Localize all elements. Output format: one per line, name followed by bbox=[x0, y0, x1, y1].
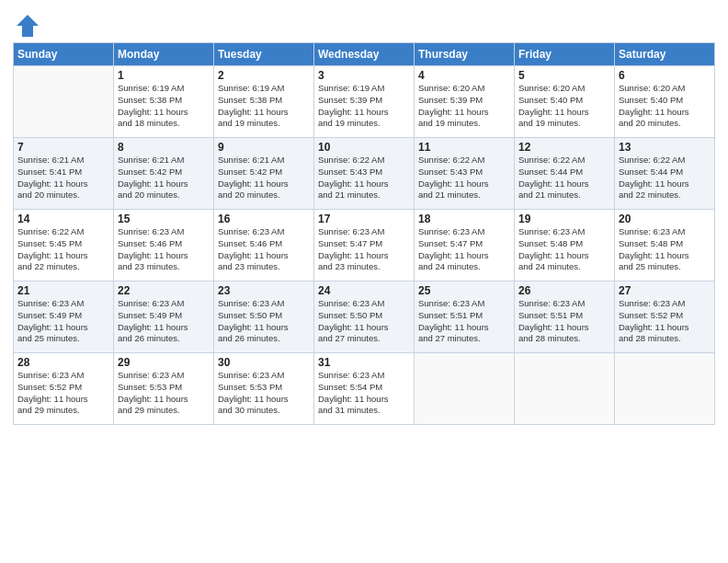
day-number: 9 bbox=[218, 141, 310, 154]
calendar-cell: 25Sunrise: 6:23 AM Sunset: 5:51 PM Dayli… bbox=[415, 282, 515, 353]
calendar-cell: 6Sunrise: 6:20 AM Sunset: 5:40 PM Daylig… bbox=[615, 66, 715, 138]
calendar-cell: 20Sunrise: 6:23 AM Sunset: 5:48 PM Dayli… bbox=[615, 210, 715, 282]
calendar-cell: 7Sunrise: 6:21 AM Sunset: 5:41 PM Daylig… bbox=[14, 138, 114, 210]
day-info: Sunrise: 6:23 AM Sunset: 5:47 PM Dayligh… bbox=[418, 226, 510, 273]
day-info: Sunrise: 6:19 AM Sunset: 5:38 PM Dayligh… bbox=[218, 83, 310, 130]
calendar-cell: 4Sunrise: 6:20 AM Sunset: 5:39 PM Daylig… bbox=[415, 66, 515, 138]
day-info: Sunrise: 6:23 AM Sunset: 5:49 PM Dayligh… bbox=[118, 298, 210, 345]
calendar-cell: 10Sunrise: 6:22 AM Sunset: 5:43 PM Dayli… bbox=[314, 138, 415, 210]
day-info: Sunrise: 6:23 AM Sunset: 5:50 PM Dayligh… bbox=[318, 298, 410, 345]
day-number: 12 bbox=[518, 141, 610, 154]
day-number: 22 bbox=[118, 284, 210, 297]
header-cell-sunday: Sunday bbox=[14, 43, 114, 66]
day-info: Sunrise: 6:23 AM Sunset: 5:54 PM Dayligh… bbox=[318, 370, 410, 417]
day-info: Sunrise: 6:23 AM Sunset: 5:52 PM Dayligh… bbox=[17, 370, 109, 417]
day-info: Sunrise: 6:20 AM Sunset: 5:39 PM Dayligh… bbox=[418, 83, 510, 130]
header-cell-saturday: Saturday bbox=[615, 43, 715, 66]
header-cell-tuesday: Tuesday bbox=[214, 43, 314, 66]
day-number: 2 bbox=[218, 69, 310, 82]
day-info: Sunrise: 6:22 AM Sunset: 5:43 PM Dayligh… bbox=[318, 155, 410, 201]
calendar-cell: 23Sunrise: 6:23 AM Sunset: 5:50 PM Dayli… bbox=[214, 282, 314, 353]
calendar-body: 1Sunrise: 6:19 AM Sunset: 5:38 PM Daylig… bbox=[14, 66, 715, 425]
day-number: 20 bbox=[619, 213, 711, 225]
calendar-cell: 29Sunrise: 6:23 AM Sunset: 5:53 PM Dayli… bbox=[114, 353, 214, 425]
day-number: 4 bbox=[418, 69, 510, 82]
day-info: Sunrise: 6:21 AM Sunset: 5:41 PM Dayligh… bbox=[17, 155, 109, 201]
day-info: Sunrise: 6:23 AM Sunset: 5:47 PM Dayligh… bbox=[318, 226, 410, 273]
calendar-cell: 31Sunrise: 6:23 AM Sunset: 5:54 PM Dayli… bbox=[314, 353, 415, 425]
day-info: Sunrise: 6:23 AM Sunset: 5:48 PM Dayligh… bbox=[518, 226, 610, 273]
header-cell-wednesday: Wednesday bbox=[314, 43, 415, 66]
calendar-week-2: 7Sunrise: 6:21 AM Sunset: 5:41 PM Daylig… bbox=[14, 138, 715, 210]
calendar-cell: 5Sunrise: 6:20 AM Sunset: 5:40 PM Daylig… bbox=[515, 66, 615, 138]
calendar-cell: 2Sunrise: 6:19 AM Sunset: 5:38 PM Daylig… bbox=[214, 66, 314, 138]
day-info: Sunrise: 6:19 AM Sunset: 5:38 PM Dayligh… bbox=[118, 83, 210, 130]
day-number: 7 bbox=[17, 141, 109, 154]
calendar-cell: 22Sunrise: 6:23 AM Sunset: 5:49 PM Dayli… bbox=[114, 282, 214, 353]
calendar-cell: 15Sunrise: 6:23 AM Sunset: 5:46 PM Dayli… bbox=[114, 210, 214, 282]
header-cell-monday: Monday bbox=[114, 43, 214, 66]
day-info: Sunrise: 6:23 AM Sunset: 5:53 PM Dayligh… bbox=[118, 370, 210, 417]
day-info: Sunrise: 6:22 AM Sunset: 5:43 PM Dayligh… bbox=[418, 155, 510, 201]
day-number: 11 bbox=[418, 141, 510, 154]
day-info: Sunrise: 6:21 AM Sunset: 5:42 PM Dayligh… bbox=[118, 155, 210, 201]
logo-icon bbox=[15, 13, 40, 39]
calendar-header-row: SundayMondayTuesdayWednesdayThursdayFrid… bbox=[14, 43, 715, 66]
svg-marker-0 bbox=[17, 15, 39, 37]
day-info: Sunrise: 6:20 AM Sunset: 5:40 PM Dayligh… bbox=[518, 83, 610, 130]
calendar-week-4: 21Sunrise: 6:23 AM Sunset: 5:49 PM Dayli… bbox=[14, 282, 715, 353]
day-info: Sunrise: 6:23 AM Sunset: 5:51 PM Dayligh… bbox=[418, 298, 510, 345]
day-info: Sunrise: 6:23 AM Sunset: 5:46 PM Dayligh… bbox=[118, 226, 210, 273]
day-number: 23 bbox=[218, 284, 310, 297]
calendar-cell: 14Sunrise: 6:22 AM Sunset: 5:45 PM Dayli… bbox=[14, 210, 114, 282]
calendar-cell: 19Sunrise: 6:23 AM Sunset: 5:48 PM Dayli… bbox=[515, 210, 615, 282]
header-cell-friday: Friday bbox=[515, 43, 615, 66]
day-info: Sunrise: 6:22 AM Sunset: 5:44 PM Dayligh… bbox=[518, 155, 610, 201]
calendar-week-1: 1Sunrise: 6:19 AM Sunset: 5:38 PM Daylig… bbox=[14, 66, 715, 138]
day-info: Sunrise: 6:20 AM Sunset: 5:40 PM Dayligh… bbox=[619, 83, 711, 130]
calendar-cell: 12Sunrise: 6:22 AM Sunset: 5:44 PM Dayli… bbox=[515, 138, 615, 210]
day-info: Sunrise: 6:21 AM Sunset: 5:42 PM Dayligh… bbox=[218, 155, 310, 201]
day-number: 29 bbox=[118, 356, 210, 369]
calendar-cell bbox=[515, 353, 615, 425]
calendar-cell: 30Sunrise: 6:23 AM Sunset: 5:53 PM Dayli… bbox=[214, 353, 314, 425]
calendar-cell: 27Sunrise: 6:23 AM Sunset: 5:52 PM Dayli… bbox=[615, 282, 715, 353]
calendar-cell: 21Sunrise: 6:23 AM Sunset: 5:49 PM Dayli… bbox=[14, 282, 114, 353]
calendar-cell bbox=[415, 353, 515, 425]
day-number: 18 bbox=[418, 213, 510, 225]
day-info: Sunrise: 6:23 AM Sunset: 5:48 PM Dayligh… bbox=[619, 226, 711, 273]
day-number: 10 bbox=[318, 141, 410, 154]
day-number: 3 bbox=[318, 69, 410, 82]
calendar-cell bbox=[615, 353, 715, 425]
day-info: Sunrise: 6:22 AM Sunset: 5:44 PM Dayligh… bbox=[619, 155, 711, 201]
day-info: Sunrise: 6:23 AM Sunset: 5:50 PM Dayligh… bbox=[218, 298, 310, 345]
page-container: SundayMondayTuesdayWednesdayThursdayFrid… bbox=[0, 0, 728, 563]
day-info: Sunrise: 6:23 AM Sunset: 5:51 PM Dayligh… bbox=[518, 298, 610, 345]
calendar-cell: 3Sunrise: 6:19 AM Sunset: 5:39 PM Daylig… bbox=[314, 66, 415, 138]
calendar-cell: 24Sunrise: 6:23 AM Sunset: 5:50 PM Dayli… bbox=[314, 282, 415, 353]
header bbox=[13, 9, 715, 39]
day-number: 5 bbox=[518, 69, 610, 82]
calendar-cell: 28Sunrise: 6:23 AM Sunset: 5:52 PM Dayli… bbox=[14, 353, 114, 425]
day-info: Sunrise: 6:19 AM Sunset: 5:39 PM Dayligh… bbox=[318, 83, 410, 130]
calendar-cell: 18Sunrise: 6:23 AM Sunset: 5:47 PM Dayli… bbox=[415, 210, 515, 282]
day-number: 17 bbox=[318, 213, 410, 225]
day-number: 31 bbox=[318, 356, 410, 369]
day-number: 6 bbox=[619, 69, 711, 82]
calendar-cell: 8Sunrise: 6:21 AM Sunset: 5:42 PM Daylig… bbox=[114, 138, 214, 210]
calendar-cell: 1Sunrise: 6:19 AM Sunset: 5:38 PM Daylig… bbox=[114, 66, 214, 138]
day-number: 14 bbox=[17, 213, 109, 225]
header-cell-thursday: Thursday bbox=[415, 43, 515, 66]
day-number: 26 bbox=[518, 284, 610, 297]
day-number: 1 bbox=[118, 69, 210, 82]
day-number: 8 bbox=[118, 141, 210, 154]
day-number: 25 bbox=[418, 284, 510, 297]
calendar-cell: 26Sunrise: 6:23 AM Sunset: 5:51 PM Dayli… bbox=[515, 282, 615, 353]
day-info: Sunrise: 6:22 AM Sunset: 5:45 PM Dayligh… bbox=[17, 226, 109, 273]
day-number: 19 bbox=[518, 213, 610, 225]
calendar-cell: 13Sunrise: 6:22 AM Sunset: 5:44 PM Dayli… bbox=[615, 138, 715, 210]
logo bbox=[13, 13, 40, 39]
day-number: 13 bbox=[619, 141, 711, 154]
day-number: 16 bbox=[218, 213, 310, 225]
day-number: 27 bbox=[619, 284, 711, 297]
